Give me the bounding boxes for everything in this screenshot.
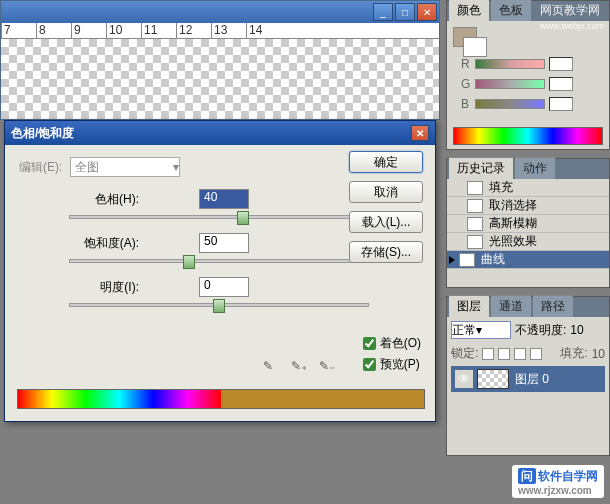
colorize-label: 着色(O) — [380, 335, 421, 352]
r-slider[interactable] — [475, 59, 545, 69]
eyedropper-subtract-icon[interactable]: ✎₋ — [319, 359, 337, 377]
g-slider[interactable] — [475, 79, 545, 89]
history-item-active[interactable]: 曲线 — [447, 251, 609, 269]
cancel-button[interactable]: 取消 — [349, 181, 423, 203]
lock-pixels[interactable] — [498, 348, 510, 360]
history-icon — [467, 235, 483, 249]
visibility-icon[interactable]: 👁 — [455, 370, 473, 388]
history-icon — [467, 217, 483, 231]
opacity-value[interactable]: 10 — [570, 323, 583, 337]
edit-select[interactable]: 全图▾ — [70, 157, 180, 177]
slider-thumb[interactable] — [183, 255, 195, 269]
close-button[interactable]: ✕ — [417, 3, 437, 21]
dialog-close-button[interactable]: ✕ — [411, 125, 429, 141]
lock-position[interactable] — [514, 348, 526, 360]
slider-thumb[interactable] — [237, 211, 249, 225]
document-titlebar: _ □ ✕ — [1, 1, 439, 23]
history-item[interactable]: 取消选择 — [447, 197, 609, 215]
fg-bg-swatches[interactable] — [453, 27, 487, 57]
tab-paths[interactable]: 路径 — [533, 295, 573, 317]
tab-color[interactable]: 颜色 — [449, 0, 489, 21]
play-icon — [449, 256, 455, 264]
fill-value[interactable]: 10 — [592, 347, 605, 361]
lightness-slider[interactable] — [69, 303, 369, 307]
r-value[interactable] — [549, 57, 573, 71]
history-item[interactable]: 填充 — [447, 179, 609, 197]
background-swatch[interactable] — [463, 37, 487, 57]
tab-swatch[interactable]: 色板 — [491, 0, 531, 21]
history-panel: 历史记录 动作 填充 取消选择 高斯模糊 光照效果 曲线 — [446, 158, 610, 288]
r-label: R — [461, 57, 475, 71]
layer-thumbnail[interactable] — [477, 369, 509, 389]
minimize-button[interactable]: _ — [373, 3, 393, 21]
eyedropper-icon[interactable]: ✎ — [263, 359, 281, 377]
save-button[interactable]: 存储(S)... — [349, 241, 423, 263]
preview-checkbox[interactable] — [363, 358, 376, 371]
chevron-down-icon: ▾ — [476, 323, 482, 337]
canvas[interactable] — [1, 39, 439, 119]
tab-actions[interactable]: 动作 — [515, 157, 555, 179]
maximize-button[interactable]: □ — [395, 3, 415, 21]
lock-all[interactable] — [530, 348, 542, 360]
dialog-title: 色相/饱和度 — [11, 125, 74, 142]
history-icon — [459, 253, 475, 267]
b-label: B — [461, 97, 475, 111]
layer-row[interactable]: 👁 图层 0 — [451, 366, 605, 392]
history-icon — [467, 199, 483, 213]
color-spectrum[interactable] — [453, 127, 603, 145]
tab-history[interactable]: 历史记录 — [449, 157, 513, 179]
watermark-bottom: 问软件自学网 www.rjzxw.com — [512, 465, 604, 498]
hue-label: 色相(H): — [59, 191, 139, 208]
b-slider[interactable] — [475, 99, 545, 109]
tab-layers[interactable]: 图层 — [449, 295, 489, 317]
blend-mode-select[interactable]: 正常▾ — [451, 321, 511, 339]
lightness-label: 明度(I): — [59, 279, 139, 296]
horizontal-ruler: 7891011121314 — [1, 23, 439, 39]
lock-transparency[interactable] — [482, 348, 494, 360]
dialog-titlebar[interactable]: 色相/饱和度 ✕ — [5, 121, 435, 145]
b-value[interactable] — [549, 97, 573, 111]
tab-channels[interactable]: 通道 — [491, 295, 531, 317]
ok-button[interactable]: 确定 — [349, 151, 423, 173]
slider-thumb[interactable] — [213, 299, 225, 313]
hue-input[interactable]: 40 — [199, 189, 249, 209]
opacity-label: 不透明度: — [515, 322, 566, 339]
gradient-preview — [17, 389, 425, 409]
g-value[interactable] — [549, 77, 573, 91]
eyedropper-add-icon[interactable]: ✎₊ — [291, 359, 309, 377]
lock-label: 锁定: — [451, 345, 478, 362]
load-button[interactable]: 载入(L)... — [349, 211, 423, 233]
colorize-checkbox[interactable] — [363, 337, 376, 350]
g-label: G — [461, 77, 475, 91]
saturation-input[interactable]: 50 — [199, 233, 249, 253]
history-item[interactable]: 光照效果 — [447, 233, 609, 251]
layers-panel: 图层 通道 路径 正常▾ 不透明度: 10 锁定: 填充: 10 👁 图层 0 — [446, 296, 610, 456]
history-icon — [467, 181, 483, 195]
chevron-down-icon: ▾ — [173, 160, 179, 174]
layer-name: 图层 0 — [515, 371, 549, 388]
fill-label: 填充: — [560, 345, 587, 362]
hue-slider[interactable] — [69, 215, 369, 219]
saturation-label: 饱和度(A): — [59, 235, 139, 252]
lightness-input[interactable]: 0 — [199, 277, 249, 297]
preview-label: 预览(P) — [380, 356, 420, 373]
hue-saturation-dialog: 色相/饱和度 ✕ 编辑(E): 全图▾ 色相(H): 40 饱和度(A): 50… — [4, 120, 436, 422]
history-item[interactable]: 高斯模糊 — [447, 215, 609, 233]
saturation-slider[interactable] — [69, 259, 369, 263]
document-window: _ □ ✕ 7891011121314 — [0, 0, 440, 120]
edit-label: 编辑(E): — [19, 159, 62, 176]
watermark-top: 网页教学网www.webjx.com — [540, 2, 604, 31]
